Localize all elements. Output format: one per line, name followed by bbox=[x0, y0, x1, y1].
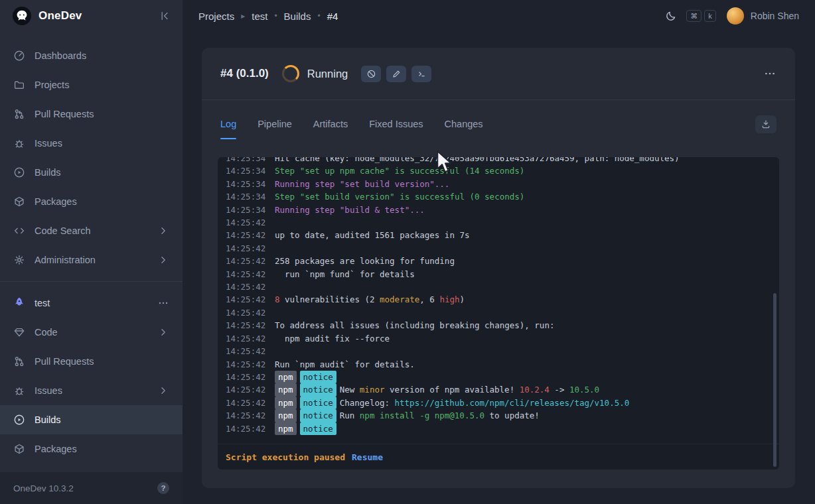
sidebar-footer: OneDev 10.3.2 ? bbox=[0, 472, 183, 504]
log-timestamp: 14:25:42 bbox=[226, 319, 268, 332]
tab-fixed-issues[interactable]: Fixed Issues bbox=[369, 114, 423, 134]
breadcrumb-item-builds[interactable]: Builds bbox=[284, 11, 311, 22]
log-text: , 6 bbox=[419, 294, 439, 304]
project-more-icon[interactable] bbox=[157, 297, 169, 309]
log-line-content: npmnoticeChangelog: https://github.com/n… bbox=[275, 397, 629, 409]
breadcrumb-item-#4[interactable]: #4 bbox=[327, 11, 338, 22]
log-text: up to date, audited 1561 packages in 7s bbox=[275, 230, 470, 240]
shortcut-key[interactable]: k bbox=[704, 10, 716, 22]
sidebar-item-builds[interactable]: Builds bbox=[0, 158, 183, 187]
tab-pipeline[interactable]: Pipeline bbox=[258, 114, 292, 134]
sidebar-project-item-pull-requests[interactable]: Pull Requests bbox=[0, 347, 183, 376]
log-text: To address all issues (including breakin… bbox=[275, 320, 554, 330]
sidebar-item-label: Packages bbox=[35, 196, 169, 207]
log-text: run `npm fund` for details bbox=[275, 269, 415, 279]
log-line: 14:25:42 bbox=[226, 306, 771, 319]
log-scrollbar[interactable] bbox=[773, 293, 777, 467]
log-line-content: npmnoticeNew minor version of npm availa… bbox=[275, 383, 599, 396]
log-timestamp: 14:25:34 bbox=[226, 204, 268, 216]
log-timestamp: 14:25:42 bbox=[226, 371, 268, 383]
sidebar-item-packages[interactable]: Packages bbox=[0, 187, 183, 216]
dashboard-icon bbox=[13, 50, 25, 62]
log-line: 14:25:428 vulnerabilities (2 moderate, 6… bbox=[226, 293, 771, 306]
sidebar-item-label: Pull Requests bbox=[35, 356, 169, 367]
log-line-content: 258 packages are looking for funding bbox=[275, 255, 455, 267]
sidebar-item-label: Projects bbox=[35, 80, 169, 90]
log-line-content: 8 vulnerabilities (2 moderate, 6 high) bbox=[275, 293, 465, 306]
breadcrumb-item-test[interactable]: test bbox=[252, 11, 267, 22]
log-text: npm install -g npm@10.5.0 bbox=[360, 410, 484, 420]
build-actions bbox=[361, 66, 431, 82]
log-timestamp: 14:25:42 bbox=[226, 216, 268, 229]
brand[interactable]: OneDev bbox=[12, 6, 82, 26]
sidebar-item-dashboards[interactable]: Dashboards bbox=[0, 41, 183, 70]
npm-badge: npm bbox=[275, 409, 297, 422]
log-text: Run `npm audit` for details. bbox=[275, 359, 415, 369]
notice-badge: notice bbox=[300, 397, 336, 409]
log-text: Running step "set build version"... bbox=[275, 179, 449, 189]
log-text: Step "set build version" is successful (… bbox=[275, 192, 524, 202]
sidebar-item-issues[interactable]: Issues bbox=[0, 129, 183, 158]
sidebar-item-label: Pull Requests bbox=[35, 109, 169, 119]
notice-badge: notice bbox=[300, 371, 336, 383]
edit-build-button[interactable] bbox=[386, 66, 406, 82]
cancel-build-button[interactable] bbox=[361, 66, 381, 82]
tab-changes[interactable]: Changes bbox=[445, 114, 483, 134]
log-timestamp: 14:25:34 bbox=[226, 164, 268, 177]
user-avatar[interactable] bbox=[727, 7, 744, 25]
breadcrumb-separator: • bbox=[317, 11, 320, 21]
download-log-button[interactable] bbox=[755, 115, 777, 133]
log-text: ) bbox=[459, 294, 465, 304]
build-card: #4 (0.1.0) Running LogPipelineArtifactsF… bbox=[202, 48, 795, 488]
package-icon bbox=[13, 196, 25, 208]
build-title: #4 (0.1.0) bbox=[220, 67, 269, 80]
log-timestamp: 14:25:42 bbox=[226, 422, 268, 435]
log-text: Changelog: bbox=[340, 398, 395, 408]
resume-link[interactable]: Resume bbox=[352, 452, 383, 462]
play-circle-icon bbox=[13, 166, 25, 178]
sidebar-item-code-search[interactable]: Code Search bbox=[0, 216, 183, 245]
log-line: 14:25:42 bbox=[226, 281, 771, 293]
user-name[interactable]: Robin Shen bbox=[751, 11, 799, 21]
sidebar-project-item-builds[interactable]: Builds bbox=[0, 405, 183, 434]
log-link[interactable]: https://github.com/npm/cli/releases/tag/… bbox=[395, 398, 630, 408]
tab-artifacts[interactable]: Artifacts bbox=[313, 114, 348, 134]
sidebar-item-label: Builds bbox=[35, 414, 169, 425]
log-line-content: Hit cache (key: node_modules_32/7b2405aa… bbox=[275, 157, 680, 164]
sidebar-collapse-icon[interactable] bbox=[159, 10, 171, 22]
sidebar-item-administration[interactable]: Administration bbox=[0, 245, 183, 275]
sidebar-item-label: Issues bbox=[35, 138, 169, 149]
sidebar-item-label: Packages bbox=[35, 444, 169, 454]
sidebar-item-label: Code Search bbox=[35, 225, 148, 236]
log-line: 14:25:42up to date, audited 1561 package… bbox=[226, 229, 771, 241]
more-actions-button[interactable] bbox=[763, 67, 777, 80]
terminal-button[interactable] bbox=[411, 66, 431, 82]
sidebar-project-item-issues[interactable]: Issues bbox=[0, 376, 183, 405]
log-line-content: Step "set build version" is successful (… bbox=[275, 190, 524, 203]
log-viewport[interactable]: 14:25:34Hit cache (key: node_modules_32/… bbox=[218, 157, 779, 444]
log-text: 10.5.0 bbox=[569, 385, 599, 395]
sidebar-project-item-code[interactable]: Code bbox=[0, 318, 183, 347]
log-line-content: npmnoticeRun npm install -g npm@10.5.0 t… bbox=[275, 409, 540, 422]
dark-mode-toggle-icon[interactable] bbox=[665, 10, 677, 22]
build-tabs: LogPipelineArtifactsFixed IssuesChanges bbox=[220, 114, 483, 134]
sidebar-item-projects[interactable]: Projects bbox=[0, 70, 183, 99]
log-text: vulnerabilities (2 bbox=[280, 294, 380, 304]
tab-log[interactable]: Log bbox=[220, 114, 236, 134]
log-line-content: up to date, audited 1561 packages in 7s bbox=[275, 229, 470, 241]
log-timestamp: 14:25:34 bbox=[226, 157, 268, 164]
app-version: OneDev 10.3.2 bbox=[13, 483, 74, 493]
log-line: 14:25:42 bbox=[226, 345, 771, 357]
sidebar-project-header[interactable]: test bbox=[0, 288, 183, 318]
log-line: 14:25:42npmnoticeChangelog: https://gith… bbox=[226, 397, 771, 409]
log-text: version of npm available! bbox=[384, 385, 519, 395]
breadcrumb-item-projects[interactable]: Projects bbox=[198, 11, 234, 22]
shortcut-key[interactable]: ⌘ bbox=[686, 10, 702, 22]
help-icon[interactable]: ? bbox=[157, 482, 169, 494]
log-line-content: Running step "set build version"... bbox=[275, 178, 449, 190]
log-line-content: npmnotice bbox=[275, 422, 340, 435]
sidebar-project-item-packages[interactable]: Packages bbox=[0, 434, 183, 464]
log-line-content: Running step "build & test"... bbox=[275, 204, 425, 216]
sidebar-item-pull-requests[interactable]: Pull Requests bbox=[0, 99, 183, 129]
sidebar-divider bbox=[0, 281, 183, 282]
